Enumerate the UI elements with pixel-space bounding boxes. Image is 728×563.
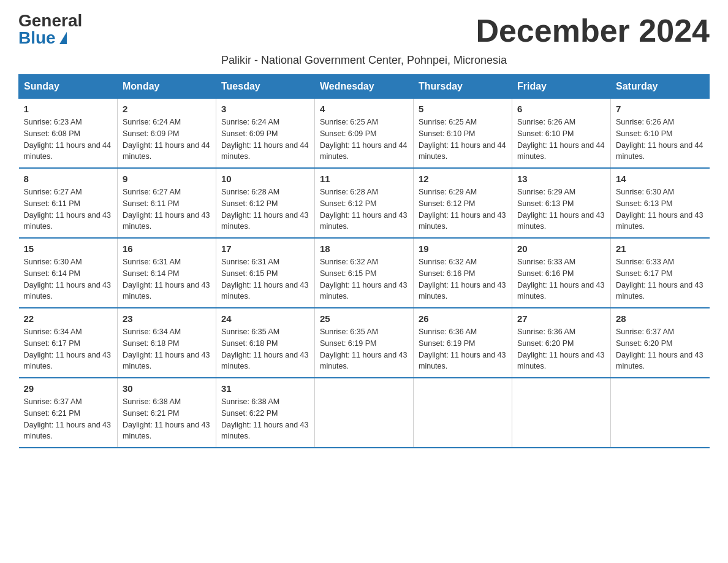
day-number: 3	[221, 104, 309, 114]
day-info: Sunrise: 6:37 AMSunset: 6:21 PMDaylight:…	[24, 397, 111, 440]
day-info: Sunrise: 6:25 AMSunset: 6:09 PMDaylight:…	[320, 118, 407, 161]
day-number: 2	[123, 104, 211, 114]
day-info: Sunrise: 6:29 AMSunset: 6:12 PMDaylight:…	[419, 188, 506, 231]
day-info: Sunrise: 6:35 AMSunset: 6:19 PMDaylight:…	[320, 327, 407, 370]
day-info: Sunrise: 6:37 AMSunset: 6:20 PMDaylight:…	[616, 327, 703, 370]
calendar-cell: 17 Sunrise: 6:31 AMSunset: 6:15 PMDaylig…	[216, 238, 315, 308]
column-header-tuesday: Tuesday	[216, 75, 315, 99]
day-number: 30	[123, 383, 211, 394]
calendar-cell	[414, 378, 512, 448]
column-header-thursday: Thursday	[414, 75, 512, 99]
calendar-week-row: 29 Sunrise: 6:37 AMSunset: 6:21 PMDaylig…	[19, 378, 710, 448]
day-info: Sunrise: 6:28 AMSunset: 6:12 PMDaylight:…	[320, 188, 407, 231]
calendar-cell: 5 Sunrise: 6:25 AMSunset: 6:10 PMDayligh…	[414, 99, 512, 169]
column-header-wednesday: Wednesday	[315, 75, 414, 99]
calendar-cell: 2 Sunrise: 6:24 AMSunset: 6:09 PMDayligh…	[118, 99, 216, 169]
day-number: 4	[320, 104, 408, 114]
logo-triangle-icon	[59, 32, 67, 44]
day-info: Sunrise: 6:34 AMSunset: 6:17 PMDaylight:…	[24, 327, 111, 370]
day-number: 14	[616, 174, 705, 184]
day-number: 1	[24, 104, 113, 114]
day-info: Sunrise: 6:30 AMSunset: 6:13 PMDaylight:…	[616, 188, 703, 231]
day-info: Sunrise: 6:34 AMSunset: 6:18 PMDaylight:…	[123, 327, 210, 370]
column-header-friday: Friday	[512, 75, 611, 99]
calendar-cell: 27 Sunrise: 6:36 AMSunset: 6:20 PMDaylig…	[512, 308, 611, 378]
day-info: Sunrise: 6:30 AMSunset: 6:14 PMDaylight:…	[24, 258, 111, 301]
day-info: Sunrise: 6:24 AMSunset: 6:09 PMDaylight:…	[221, 118, 308, 161]
calendar-cell: 18 Sunrise: 6:32 AMSunset: 6:15 PMDaylig…	[315, 238, 414, 308]
calendar-cell: 23 Sunrise: 6:34 AMSunset: 6:18 PMDaylig…	[118, 308, 216, 378]
day-info: Sunrise: 6:25 AMSunset: 6:10 PMDaylight:…	[419, 118, 506, 161]
page-header: General Blue December 2024	[18, 12, 710, 49]
calendar-cell: 22 Sunrise: 6:34 AMSunset: 6:17 PMDaylig…	[19, 308, 118, 378]
calendar-cell: 12 Sunrise: 6:29 AMSunset: 6:12 PMDaylig…	[414, 168, 512, 238]
calendar-cell: 11 Sunrise: 6:28 AMSunset: 6:12 PMDaylig…	[315, 168, 414, 238]
day-number: 12	[419, 174, 507, 184]
column-header-saturday: Saturday	[611, 75, 710, 99]
day-info: Sunrise: 6:26 AMSunset: 6:10 PMDaylight:…	[616, 118, 703, 161]
day-number: 6	[517, 104, 605, 114]
calendar-header-row: SundayMondayTuesdayWednesdayThursdayFrid…	[19, 75, 710, 99]
day-info: Sunrise: 6:38 AMSunset: 6:21 PMDaylight:…	[123, 397, 210, 440]
calendar-cell	[512, 378, 611, 448]
day-number: 17	[221, 243, 309, 254]
calendar-cell: 13 Sunrise: 6:29 AMSunset: 6:13 PMDaylig…	[512, 168, 611, 238]
calendar-cell: 31 Sunrise: 6:38 AMSunset: 6:22 PMDaylig…	[216, 378, 315, 448]
day-info: Sunrise: 6:26 AMSunset: 6:10 PMDaylight:…	[517, 118, 604, 161]
calendar-cell	[315, 378, 414, 448]
calendar-week-row: 22 Sunrise: 6:34 AMSunset: 6:17 PMDaylig…	[19, 308, 710, 378]
day-info: Sunrise: 6:24 AMSunset: 6:09 PMDaylight:…	[123, 118, 210, 161]
day-number: 21	[616, 243, 705, 254]
day-number: 25	[320, 313, 408, 324]
day-number: 13	[517, 174, 605, 184]
day-info: Sunrise: 6:27 AMSunset: 6:11 PMDaylight:…	[24, 188, 111, 231]
day-info: Sunrise: 6:31 AMSunset: 6:14 PMDaylight:…	[123, 258, 210, 301]
day-info: Sunrise: 6:28 AMSunset: 6:12 PMDaylight:…	[221, 188, 308, 231]
calendar-cell: 10 Sunrise: 6:28 AMSunset: 6:12 PMDaylig…	[216, 168, 315, 238]
calendar-cell: 16 Sunrise: 6:31 AMSunset: 6:14 PMDaylig…	[118, 238, 216, 308]
calendar-table: SundayMondayTuesdayWednesdayThursdayFrid…	[18, 74, 710, 448]
day-number: 5	[419, 104, 507, 114]
day-number: 10	[221, 174, 309, 184]
day-number: 26	[419, 313, 507, 324]
calendar-cell: 26 Sunrise: 6:36 AMSunset: 6:19 PMDaylig…	[414, 308, 512, 378]
calendar-cell: 1 Sunrise: 6:23 AMSunset: 6:08 PMDayligh…	[19, 99, 118, 169]
calendar-cell: 3 Sunrise: 6:24 AMSunset: 6:09 PMDayligh…	[216, 99, 315, 169]
day-info: Sunrise: 6:23 AMSunset: 6:08 PMDaylight:…	[24, 118, 111, 161]
day-number: 19	[419, 243, 507, 254]
column-header-sunday: Sunday	[19, 75, 118, 99]
logo-blue-text: Blue	[18, 29, 67, 47]
day-number: 28	[616, 313, 705, 324]
day-number: 22	[24, 313, 113, 324]
logo-general-text: General	[18, 12, 82, 29]
day-number: 8	[24, 174, 113, 184]
day-number: 15	[24, 243, 113, 254]
day-number: 29	[24, 383, 113, 394]
calendar-cell: 24 Sunrise: 6:35 AMSunset: 6:18 PMDaylig…	[216, 308, 315, 378]
day-info: Sunrise: 6:32 AMSunset: 6:15 PMDaylight:…	[320, 258, 407, 301]
day-number: 9	[123, 174, 211, 184]
calendar-cell: 19 Sunrise: 6:32 AMSunset: 6:16 PMDaylig…	[414, 238, 512, 308]
calendar-cell: 15 Sunrise: 6:30 AMSunset: 6:14 PMDaylig…	[19, 238, 118, 308]
calendar-cell: 7 Sunrise: 6:26 AMSunset: 6:10 PMDayligh…	[611, 99, 710, 169]
day-info: Sunrise: 6:36 AMSunset: 6:19 PMDaylight:…	[419, 327, 506, 370]
calendar-cell: 30 Sunrise: 6:38 AMSunset: 6:21 PMDaylig…	[118, 378, 216, 448]
day-info: Sunrise: 6:35 AMSunset: 6:18 PMDaylight:…	[221, 327, 308, 370]
calendar-cell: 14 Sunrise: 6:30 AMSunset: 6:13 PMDaylig…	[611, 168, 710, 238]
logo: General Blue	[18, 12, 82, 47]
day-info: Sunrise: 6:31 AMSunset: 6:15 PMDaylight:…	[221, 258, 308, 301]
calendar-cell: 21 Sunrise: 6:33 AMSunset: 6:17 PMDaylig…	[611, 238, 710, 308]
calendar-cell: 8 Sunrise: 6:27 AMSunset: 6:11 PMDayligh…	[19, 168, 118, 238]
calendar-cell: 9 Sunrise: 6:27 AMSunset: 6:11 PMDayligh…	[118, 168, 216, 238]
day-info: Sunrise: 6:36 AMSunset: 6:20 PMDaylight:…	[517, 327, 604, 370]
month-title: December 2024	[476, 12, 710, 49]
column-header-monday: Monday	[118, 75, 216, 99]
location-subtitle: Palikir - National Government Center, Po…	[18, 54, 710, 67]
day-info: Sunrise: 6:32 AMSunset: 6:16 PMDaylight:…	[419, 258, 506, 301]
day-number: 18	[320, 243, 408, 254]
calendar-week-row: 15 Sunrise: 6:30 AMSunset: 6:14 PMDaylig…	[19, 238, 710, 308]
day-info: Sunrise: 6:38 AMSunset: 6:22 PMDaylight:…	[221, 397, 308, 440]
day-number: 20	[517, 243, 605, 254]
day-number: 7	[616, 104, 705, 114]
calendar-cell: 29 Sunrise: 6:37 AMSunset: 6:21 PMDaylig…	[19, 378, 118, 448]
